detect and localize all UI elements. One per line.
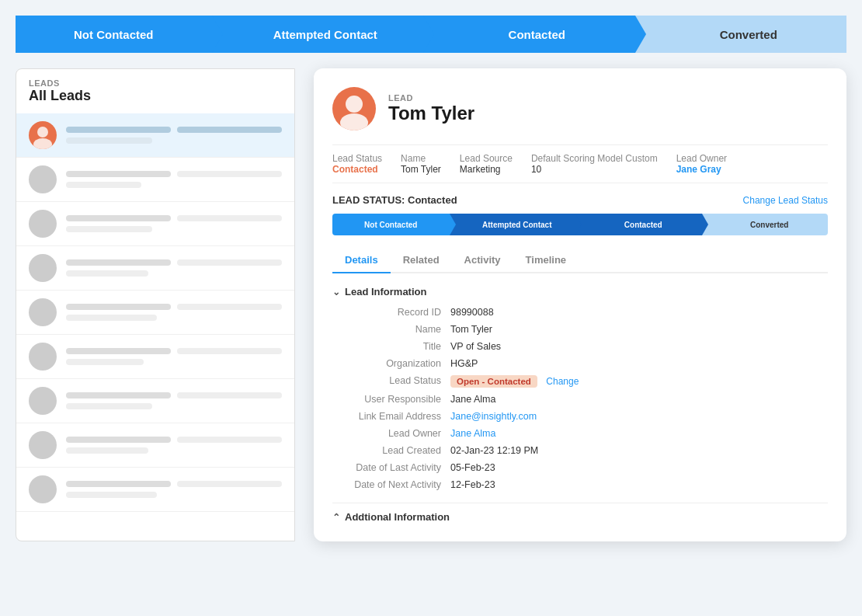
avatar bbox=[29, 210, 57, 238]
list-item[interactable] bbox=[16, 468, 294, 512]
leads-panel: LEADS All Leads bbox=[16, 68, 295, 541]
field-value-status: Open - Contacted Change bbox=[450, 375, 828, 388]
chevron-up-icon: ⌃ bbox=[332, 512, 340, 523]
mini-step-contacted[interactable]: Contacted bbox=[575, 214, 702, 235]
field-label-org: Organization bbox=[332, 358, 441, 369]
additional-info-section-header[interactable]: ⌃ Addtional Information bbox=[332, 503, 828, 523]
main-layout: LEADS All Leads bbox=[16, 68, 846, 541]
field-label-email: Link Email Address bbox=[332, 411, 441, 422]
meta-row: Lead Status Contacted Name Tom Tyler Lea… bbox=[332, 144, 828, 183]
pipeline-step-attempted[interactable]: Attempted Contact bbox=[212, 16, 424, 53]
list-item[interactable] bbox=[16, 335, 294, 379]
avatar bbox=[29, 298, 57, 326]
lead-status-text: LEAD STATUS: Contacted bbox=[332, 194, 457, 206]
list-item[interactable] bbox=[16, 379, 294, 423]
field-label-next-activity: Date of Next Activity bbox=[332, 479, 441, 490]
mini-pipeline: Not Contacted Attempted Contact Contacte… bbox=[332, 214, 828, 235]
svg-point-3 bbox=[340, 113, 368, 131]
pipeline-step-not-contacted[interactable]: Not Contacted bbox=[16, 16, 212, 53]
svg-point-1 bbox=[33, 138, 52, 149]
leads-header: LEADS All Leads bbox=[16, 69, 294, 113]
field-value-org: HG&P bbox=[450, 358, 828, 369]
meta-name: Name Tom Tyler bbox=[401, 153, 441, 175]
avatar bbox=[29, 121, 57, 149]
field-label-user-resp: User Responsible bbox=[332, 394, 441, 405]
lead-tag: LEAD bbox=[388, 93, 474, 103]
svg-point-0 bbox=[37, 127, 48, 137]
tab-related[interactable]: Related bbox=[391, 248, 452, 273]
avatar bbox=[29, 475, 57, 503]
field-value-email[interactable]: Jane@insightly.com bbox=[450, 411, 828, 422]
lead-info-grid: Record ID 98990088 Name Tom Tyler Title … bbox=[332, 307, 828, 490]
list-item[interactable] bbox=[16, 158, 294, 202]
list-item[interactable] bbox=[16, 423, 294, 468]
list-item[interactable] bbox=[16, 202, 294, 246]
lead-info-section-header[interactable]: ⌄ Lead Information bbox=[332, 286, 828, 298]
status-badge: Open - Contacted bbox=[450, 375, 537, 388]
field-value-title: VP of Sales bbox=[450, 341, 828, 352]
mini-step-not-contacted[interactable]: Not Contacted bbox=[332, 214, 450, 235]
field-value-name: Tom Tyler bbox=[450, 324, 828, 335]
lead-big-avatar bbox=[332, 87, 376, 131]
avatar bbox=[29, 343, 57, 371]
svg-point-2 bbox=[346, 96, 363, 113]
meta-lead-status: Lead Status Contacted bbox=[332, 153, 382, 175]
tab-activity[interactable]: Activity bbox=[452, 248, 513, 273]
tab-timeline[interactable]: Timeline bbox=[513, 248, 579, 273]
field-value-created: 02-Jan-23 12:19 PM bbox=[450, 445, 828, 456]
list-item[interactable] bbox=[16, 291, 294, 335]
meta-source: Lead Source Marketing bbox=[460, 153, 513, 175]
meta-owner: Lead Owner Jane Gray bbox=[676, 153, 727, 175]
change-lead-status-link[interactable]: Change Lead Status bbox=[743, 195, 828, 206]
leads-label: LEADS bbox=[29, 78, 282, 88]
mini-step-converted[interactable]: Converted bbox=[702, 214, 829, 235]
field-label-record-id: Record ID bbox=[332, 307, 441, 318]
tab-details[interactable]: Details bbox=[332, 248, 391, 273]
list-item[interactable] bbox=[16, 113, 294, 158]
chevron-down-icon: ⌄ bbox=[332, 287, 340, 298]
lead-header-info: LEAD Tom Tyler bbox=[388, 93, 474, 124]
field-label-owner: Lead Owner bbox=[332, 428, 441, 439]
pipeline-step-converted[interactable]: Converted bbox=[635, 16, 847, 53]
avatar bbox=[29, 254, 57, 282]
field-label-last-activity: Date of Last Activity bbox=[332, 462, 441, 473]
meta-scoring: Default Scoring Model Custom 10 bbox=[531, 153, 658, 175]
lead-status-line: LEAD STATUS: Contacted Change Lead Statu… bbox=[332, 194, 828, 206]
field-value-user-resp: Jane Alma bbox=[450, 394, 828, 405]
field-value-last-activity: 05-Feb-23 bbox=[450, 462, 828, 473]
lead-info-lines bbox=[66, 127, 282, 144]
field-value-owner[interactable]: Jane Alma bbox=[450, 428, 828, 439]
avatar bbox=[29, 387, 57, 415]
field-label-status: Lead Status bbox=[332, 375, 441, 388]
list-item[interactable] bbox=[16, 246, 294, 291]
avatar bbox=[29, 431, 57, 459]
field-value-next-activity: 12-Feb-23 bbox=[450, 479, 828, 490]
field-label-title: Title bbox=[332, 341, 441, 352]
detail-panel: LEAD Tom Tyler Lead Status Contacted Nam… bbox=[314, 68, 846, 541]
lead-name: Tom Tyler bbox=[388, 103, 474, 124]
leads-list bbox=[16, 113, 294, 512]
pipeline-step-contacted[interactable]: Contacted bbox=[423, 16, 635, 53]
field-label-created: Lead Created bbox=[332, 445, 441, 456]
mini-step-attempted[interactable]: Attempted Contact bbox=[450, 214, 576, 235]
change-status-inline-link[interactable]: Change bbox=[546, 376, 579, 387]
tabs: Details Related Activity Timeline bbox=[332, 248, 828, 273]
field-value-record-id: 98990088 bbox=[450, 307, 828, 318]
avatar bbox=[29, 165, 57, 193]
leads-title: All Leads bbox=[29, 88, 282, 104]
lead-detail-header: LEAD Tom Tyler bbox=[332, 87, 828, 131]
pipeline-bar: Not Contacted Attempted Contact Contacte… bbox=[16, 16, 846, 53]
field-label-name: Name bbox=[332, 324, 441, 335]
